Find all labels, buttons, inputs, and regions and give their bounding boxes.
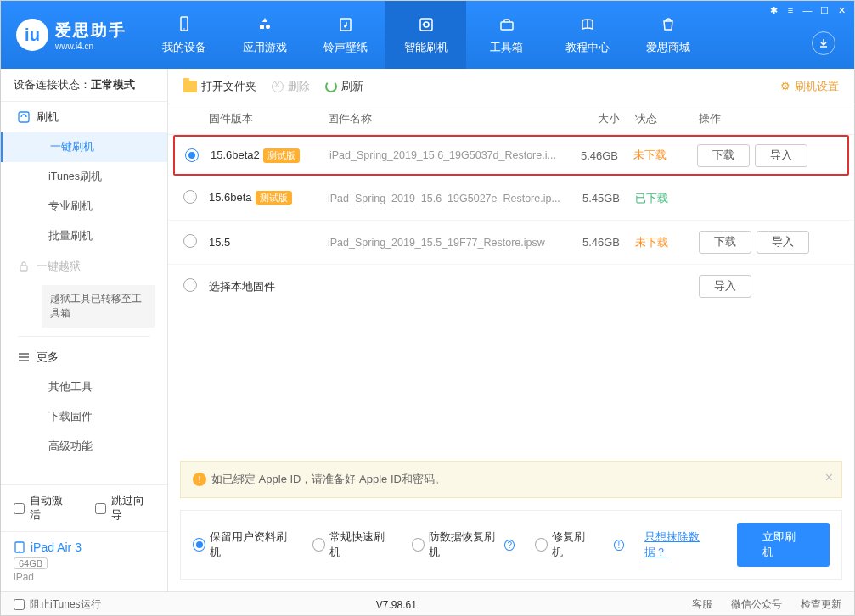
header: iu 爱思助手 www.i4.cn 我的设备 应用游戏 铃声壁纸 智能刷机 工具… <box>1 1 854 69</box>
open-folder-button[interactable]: 打开文件夹 <box>183 79 256 94</box>
table-row[interactable]: 15.6beta2测试版iPad_Spring_2019_15.6_19G503… <box>173 135 849 176</box>
refresh-button[interactable]: 刷新 <box>325 79 363 94</box>
sidebar-download-fw[interactable]: 下载固件 <box>1 402 167 432</box>
nav-apps[interactable]: 应用游戏 <box>224 1 305 69</box>
svg-rect-5 <box>501 22 513 30</box>
sidebar-oneclick-flash[interactable]: 一键刷机 <box>1 132 167 162</box>
erase-link[interactable]: 只想抹除数据？ <box>644 529 717 560</box>
firmware-name: iPad_Spring_2019_15.6_19G5037d_Restore.i… <box>329 149 565 161</box>
firmware-status: 已下载 <box>635 191 699 206</box>
maximize-icon[interactable]: ☐ <box>817 4 832 16</box>
import-button[interactable]: 导入 <box>757 231 809 254</box>
app-title: 爱思助手 <box>55 20 127 42</box>
app-version: V7.98.61 <box>118 599 675 611</box>
footer-support[interactable]: 客服 <box>692 597 712 612</box>
nav-store[interactable]: 爱思商城 <box>627 1 708 69</box>
list-icon[interactable]: ≡ <box>783 4 798 16</box>
svg-rect-10 <box>19 360 29 361</box>
notice-close-icon[interactable]: × <box>825 470 833 485</box>
sidebar: 设备连接状态：正常模式 刷机 一键刷机 iTunes刷机 专业刷机 批量刷机 一… <box>1 69 168 591</box>
opt-fast-flash[interactable]: 常规快速刷机 <box>312 529 391 560</box>
device-name: iPad Air 3 <box>14 540 155 554</box>
footer-wechat[interactable]: 微信公众号 <box>731 597 782 612</box>
firmware-name: iPad_Spring_2019_15.5_19F77_Restore.ipsw <box>328 237 567 249</box>
opt-repair-flash[interactable]: 修复刷机 <box>535 529 593 560</box>
download-button[interactable]: 下载 <box>699 231 751 254</box>
info-icon-2[interactable]: ! <box>614 540 624 551</box>
row-radio[interactable] <box>183 278 197 292</box>
sidebar-itunes-flash[interactable]: iTunes刷机 <box>1 162 167 192</box>
device-storage: 64GB <box>14 557 48 569</box>
sidebar-other-tools[interactable]: 其他工具 <box>1 372 167 402</box>
sidebar-advanced[interactable]: 高级功能 <box>1 432 167 462</box>
sidebar-jailbreak: 一键越狱 <box>1 251 167 282</box>
nav-ringtones[interactable]: 铃声壁纸 <box>305 1 385 69</box>
menu-icon[interactable]: ✱ <box>766 4 781 16</box>
nav-flash[interactable]: 智能刷机 <box>385 1 466 69</box>
firmware-version: 15.6beta2 <box>211 148 260 161</box>
nav-my-device[interactable]: 我的设备 <box>143 1 224 69</box>
warn-icon: ! <box>193 473 206 486</box>
opt-anti-recovery[interactable]: 防数据恢复刷机? <box>412 529 515 560</box>
app-site: www.i4.cn <box>55 42 127 51</box>
svg-rect-6 <box>19 112 29 122</box>
footer-update[interactable]: 检查更新 <box>801 597 841 612</box>
sidebar-flash[interactable]: 刷机 <box>1 102 167 132</box>
folder-icon <box>183 81 197 92</box>
apps-icon <box>255 14 275 35</box>
gear-icon: ⚙ <box>780 80 790 92</box>
sidebar-batch-flash[interactable]: 批量刷机 <box>1 221 167 251</box>
import-button[interactable]: 导入 <box>699 275 751 298</box>
connection-status: 设备连接状态：正常模式 <box>1 69 167 102</box>
download-button[interactable] <box>812 31 835 55</box>
firmware-version: 选择本地固件 <box>209 280 275 293</box>
beta-badge: 测试版 <box>263 148 300 163</box>
row-radio[interactable] <box>183 190 197 204</box>
svg-rect-8 <box>19 353 29 355</box>
row-radio[interactable] <box>183 234 197 248</box>
sidebar-pro-flash[interactable]: 专业刷机 <box>1 192 167 221</box>
flash-settings-button[interactable]: ⚙刷机设置 <box>780 79 839 94</box>
opt-keep-data[interactable]: 保留用户资料刷机 <box>193 529 292 560</box>
logo: iu 爱思助手 www.i4.cn <box>16 19 127 51</box>
content: 打开文件夹 删除 刷新 ⚙刷机设置 固件版本 固件名称 大小 状态 操作 15.… <box>168 69 854 591</box>
minimize-icon[interactable]: — <box>800 4 815 16</box>
sidebar-more[interactable]: 更多 <box>1 342 167 372</box>
flash-icon <box>416 14 436 35</box>
table-row[interactable]: 15.6beta测试版iPad_Spring_2019_15.6_19G5027… <box>168 176 854 220</box>
table-row[interactable]: 选择本地固件导入 <box>168 264 854 308</box>
firmware-status: 未下载 <box>633 148 697 163</box>
info-icon[interactable]: ? <box>504 540 515 551</box>
download-button[interactable]: 下载 <box>697 144 750 167</box>
nav-tutorials[interactable]: 教程中心 <box>547 1 627 69</box>
jailbreak-note: 越狱工具已转移至工具箱 <box>42 285 155 328</box>
toolbox-icon <box>497 14 517 35</box>
svg-point-3 <box>344 25 346 28</box>
firmware-version: 15.6beta <box>209 191 252 204</box>
row-radio[interactable] <box>185 148 199 162</box>
table-header: 固件版本 固件名称 大小 状态 操作 <box>168 104 854 135</box>
toolbar: 打开文件夹 删除 刷新 ⚙刷机设置 <box>168 69 854 104</box>
block-itunes-checkbox[interactable] <box>14 599 25 610</box>
store-icon <box>658 14 678 35</box>
close-icon[interactable]: ✕ <box>834 4 849 16</box>
delete-button[interactable]: 删除 <box>272 79 310 94</box>
svg-point-12 <box>19 551 20 552</box>
device-info[interactable]: iPad Air 3 64GB iPad <box>1 531 167 591</box>
auto-activate-checkbox[interactable] <box>14 503 25 514</box>
table-row[interactable]: 15.5iPad_Spring_2019_15.5_19F77_Restore.… <box>168 220 854 264</box>
flash-now-button[interactable]: 立即刷机 <box>737 523 830 567</box>
import-button[interactable]: 导入 <box>755 144 807 167</box>
auto-activate-row: 自动激活 跳过向导 <box>1 485 167 531</box>
device-icon <box>174 14 194 35</box>
firmware-size: 5.46GB <box>565 149 633 162</box>
svg-rect-4 <box>420 19 432 31</box>
firmware-status: 未下载 <box>635 235 699 250</box>
music-icon <box>335 14 356 35</box>
svg-rect-9 <box>19 356 29 358</box>
more-icon <box>18 351 30 363</box>
lock-icon <box>18 260 30 272</box>
svg-point-1 <box>183 28 185 30</box>
nav-toolbox[interactable]: 工具箱 <box>466 1 547 69</box>
skip-guide-checkbox[interactable] <box>95 503 106 514</box>
